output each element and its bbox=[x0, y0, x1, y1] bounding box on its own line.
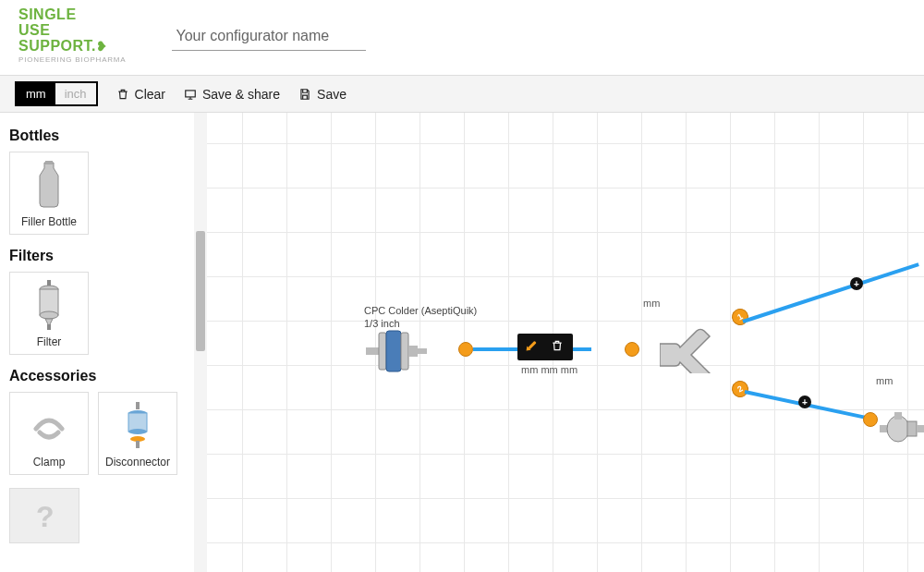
leaf-icon: ❥ bbox=[96, 39, 108, 54]
logo-tagline: PIONEERING BIOPHARMA bbox=[18, 55, 126, 64]
svg-rect-1 bbox=[45, 161, 53, 164]
sidebar-item-label: Filter bbox=[37, 335, 62, 348]
svg-rect-24 bbox=[894, 412, 902, 420]
sidebar: Bottles Filler Bottle Filters bbox=[0, 113, 194, 572]
svg-rect-6 bbox=[47, 324, 51, 330]
edit-button[interactable] bbox=[527, 339, 540, 355]
svg-rect-22 bbox=[907, 421, 917, 436]
svg-rect-18 bbox=[408, 346, 418, 357]
svg-rect-14 bbox=[366, 347, 379, 355]
toolbar: mm inch Clear Save & share Save bbox=[0, 75, 924, 113]
context-menu bbox=[517, 334, 573, 360]
filter-icon bbox=[35, 278, 63, 332]
pencil-icon bbox=[527, 339, 540, 352]
clear-label: Clear bbox=[135, 87, 165, 102]
sidebar-item-filter[interactable]: Filter bbox=[9, 272, 89, 355]
header: SINGLE USE SUPPORT.❥ PIONEERING BIOPHARM… bbox=[0, 0, 924, 75]
share-icon bbox=[184, 88, 197, 101]
svg-rect-17 bbox=[401, 333, 408, 370]
sidebar-item-label: Clamp bbox=[33, 456, 66, 469]
svg-rect-15 bbox=[379, 333, 386, 370]
svg-rect-7 bbox=[136, 402, 140, 409]
save-label: Save bbox=[317, 87, 346, 102]
sidebar-scrollbar-thumb[interactable] bbox=[196, 231, 205, 351]
sidebar-item-clamp[interactable]: Clamp bbox=[9, 392, 89, 475]
node-y-splitter[interactable] bbox=[660, 322, 711, 373]
sidebar-item-filler-bottle[interactable]: Filler Bottle bbox=[9, 152, 89, 235]
trash-icon bbox=[551, 339, 564, 352]
clamp-icon bbox=[30, 398, 67, 452]
category-bottles: Bottles bbox=[9, 128, 185, 144]
sidebar-item-label: Filler Bottle bbox=[21, 215, 77, 228]
unit-inch[interactable]: inch bbox=[55, 83, 96, 104]
svg-rect-16 bbox=[386, 331, 401, 371]
svg-rect-23 bbox=[917, 425, 924, 432]
main: Bottles Filler Bottle Filters bbox=[0, 113, 924, 572]
delete-button[interactable] bbox=[551, 339, 564, 355]
save-button[interactable]: Save bbox=[298, 87, 346, 102]
save-share-label: Save & share bbox=[202, 87, 280, 102]
category-filters: Filters bbox=[9, 248, 185, 264]
tube-dims-label: mm mm mm bbox=[521, 364, 578, 375]
svg-rect-2 bbox=[47, 280, 51, 286]
configurator-name-input[interactable] bbox=[172, 22, 366, 51]
sidebar-item-placeholder[interactable]: ? bbox=[9, 488, 79, 543]
sidebar-item-disconnector[interactable]: Disconnector bbox=[98, 392, 177, 475]
logo: SINGLE USE SUPPORT.❥ PIONEERING BIOPHARM… bbox=[18, 7, 126, 64]
logo-line-2: USE bbox=[18, 23, 126, 39]
unit-mm[interactable]: mm bbox=[17, 83, 55, 104]
svg-text:?: ? bbox=[36, 500, 55, 533]
mm-label: mm bbox=[876, 375, 893, 386]
logo-line-1: SINGLE bbox=[18, 7, 126, 23]
node-cpc-connector[interactable] bbox=[366, 325, 431, 377]
disconnector-icon bbox=[124, 398, 152, 452]
node-sensor[interactable] bbox=[880, 412, 924, 445]
category-accessories: Accessories bbox=[9, 368, 185, 384]
svg-point-21 bbox=[887, 416, 909, 442]
logo-line-3: SUPPORT.❥ bbox=[18, 39, 126, 55]
clear-button[interactable]: Clear bbox=[116, 87, 165, 102]
svg-point-10 bbox=[128, 429, 147, 434]
svg-rect-0 bbox=[186, 91, 196, 97]
svg-point-5 bbox=[40, 311, 58, 319]
save-share-button[interactable]: Save & share bbox=[184, 87, 280, 102]
unit-toggle[interactable]: mm inch bbox=[15, 81, 98, 106]
selected-node-title: CPC Colder (AseptiQuik) bbox=[364, 305, 477, 316]
mm-label: mm bbox=[643, 298, 660, 309]
canvas[interactable]: CPC Colder (AseptiQuik) 1/3 inch mm mm m bbox=[207, 113, 924, 572]
sidebar-item-label: Disconnector bbox=[105, 456, 170, 469]
trash-icon bbox=[116, 88, 129, 101]
placeholder-icon: ? bbox=[30, 497, 58, 534]
svg-rect-19 bbox=[418, 348, 427, 354]
bottle-icon bbox=[33, 158, 65, 212]
svg-rect-12 bbox=[136, 441, 140, 448]
save-icon bbox=[298, 88, 311, 101]
sidebar-scrollbar[interactable] bbox=[194, 113, 207, 572]
